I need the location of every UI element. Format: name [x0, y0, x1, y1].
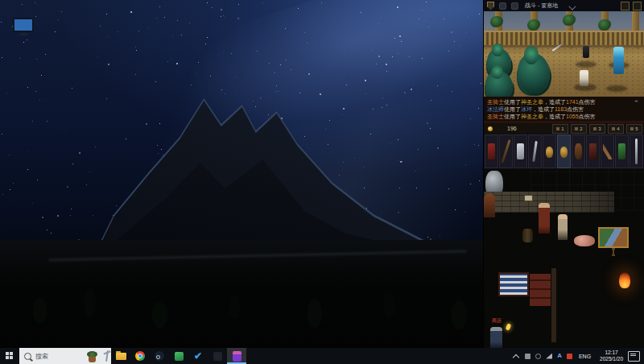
star [440, 236, 440, 237]
taskbar-app-file-explorer[interactable] [111, 348, 130, 364]
star [71, 209, 72, 209]
search-box[interactable]: 搜索 [19, 348, 111, 364]
shop-npc[interactable] [490, 327, 502, 348]
log-tail: 点伤害 [579, 99, 596, 105]
this-pc-desktop-icon[interactable] [11, 18, 35, 39]
tray-sync-icon[interactable] [535, 354, 541, 359]
inventory-slot[interactable] [528, 134, 542, 168]
star [39, 100, 40, 101]
inventory-slot[interactable] [499, 134, 513, 168]
bag-icon [612, 127, 615, 130]
language-indicator[interactable]: ENG [579, 354, 591, 359]
inventory-slot[interactable] [586, 134, 600, 168]
star [41, 75, 42, 76]
log-damage: 1055 [566, 114, 579, 119]
star [442, 83, 443, 84]
star [27, 87, 28, 88]
inventory-slot[interactable] [601, 134, 614, 168]
inventory-slot[interactable] [514, 134, 527, 168]
tray-a-icon[interactable]: A [557, 353, 562, 359]
taskbar-app-chrome[interactable] [130, 348, 150, 364]
inventory-slot[interactable] [572, 134, 585, 168]
star [452, 91, 452, 92]
star [276, 85, 277, 86]
game-app-icon [233, 351, 242, 362]
star [426, 2, 427, 2]
taskbar-app-dim[interactable] [208, 348, 227, 364]
player-character[interactable] [558, 214, 568, 240]
pig-sprite[interactable] [574, 235, 595, 246]
log-skill: 神圣之拳 [521, 114, 543, 119]
log-line: 冰法师使用了冰环，造成了1183点伤害 [484, 105, 644, 113]
tray-app-icon[interactable] [525, 354, 530, 359]
taskbar-app-steam[interactable] [150, 348, 169, 364]
inventory-tab[interactable]: 1 [552, 124, 568, 134]
party-icon[interactable] [633, 2, 642, 10]
star [274, 72, 275, 73]
star [42, 217, 43, 218]
red-robe-npc[interactable] [539, 203, 550, 234]
inventory-slot[interactable] [485, 134, 498, 168]
star [416, 188, 417, 188]
game-titlebar[interactable]: 战斗 - 要塞地 [484, 0, 644, 11]
inventory-tab[interactable]: 3 [589, 124, 605, 134]
star [22, 4, 23, 5]
log-expand-icon[interactable]: ⌁ [634, 98, 641, 105]
star [47, 230, 47, 230]
green-armor-item [618, 143, 625, 159]
network-icon[interactable] [546, 354, 552, 359]
star [32, 121, 33, 122]
inventory-tab[interactable]: 5 [626, 124, 642, 134]
staff-item [501, 139, 510, 163]
star [235, 77, 236, 77]
badge2-icon[interactable] [511, 2, 518, 10]
star [165, 6, 166, 6]
log-actor: 圣骑士 [487, 99, 504, 105]
star [136, 50, 137, 51]
hero-white-sprite [580, 70, 588, 86]
barrel-sprite [522, 229, 533, 242]
search-placeholder: 搜索 [35, 352, 48, 361]
log-skill: 神圣之拳 [521, 99, 543, 105]
clock-time: 12:17 [600, 350, 623, 356]
easel-painting[interactable] [598, 227, 629, 248]
green-app-icon [175, 352, 184, 361]
taskbar-app-game-active[interactable] [227, 348, 246, 364]
log-verb: 使用了 [504, 106, 521, 112]
inventory-tab[interactable]: 2 [571, 124, 587, 134]
inventory-tab[interactable]: 4 [608, 124, 624, 134]
inventory-slot[interactable] [630, 134, 643, 168]
hidden-icons-chevron[interactable] [513, 353, 519, 359]
loot-glow[interactable] [506, 323, 511, 330]
star [61, 11, 62, 12]
star [422, 58, 423, 59]
taskbar-app-green[interactable] [169, 348, 188, 364]
battle-scene [484, 11, 644, 97]
star [382, 97, 383, 98]
star [107, 36, 108, 37]
star [93, 215, 93, 216]
star [225, 17, 225, 18]
star [378, 23, 379, 24]
tray-red-icon[interactable] [567, 354, 572, 359]
clock[interactable]: 12:17 2025/1/20 [600, 350, 623, 362]
star [79, 152, 80, 154]
star [451, 31, 452, 33]
inventory-slot[interactable] [543, 134, 556, 168]
start-button[interactable] [0, 348, 19, 364]
star [223, 15, 224, 16]
dark-armor-item [589, 143, 597, 159]
badge-icon[interactable] [499, 2, 506, 10]
star [343, 108, 345, 110]
chevron-down-icon[interactable] [568, 2, 576, 10]
game-window: 战斗 - 要塞地 [483, 0, 644, 348]
fullscreen-icon[interactable] [621, 2, 630, 10]
inventory-slot[interactable] [615, 134, 629, 168]
door-arch [484, 193, 495, 217]
taskbar-app-check[interactable]: ✔ [188, 348, 208, 364]
star [164, 17, 165, 18]
log-tail: 点伤害 [579, 114, 596, 119]
notification-center-icon[interactable] [628, 351, 640, 362]
inventory-slot-selected[interactable] [557, 134, 571, 168]
hero-blue-sprite [613, 47, 624, 74]
